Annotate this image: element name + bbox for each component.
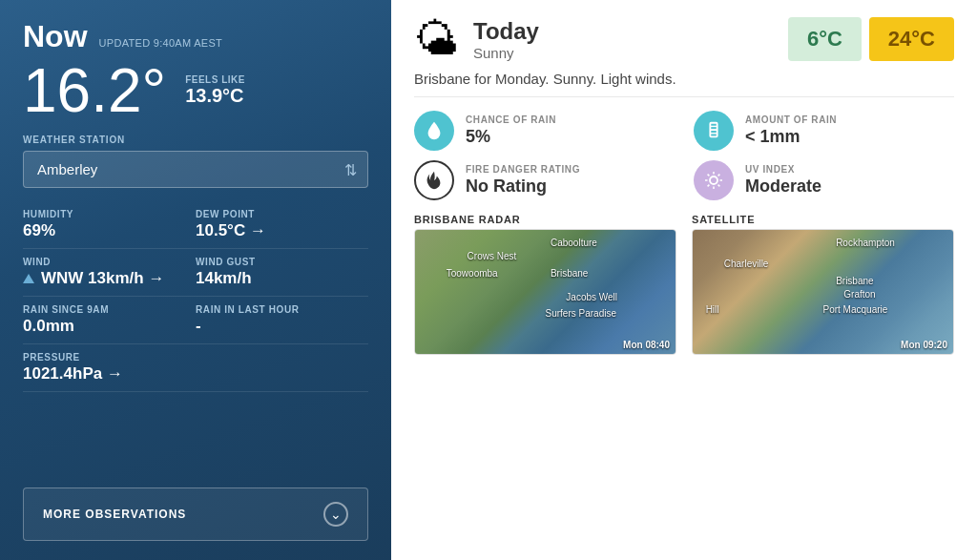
satellite-place-portmacquarie: Port Macquarie (823, 304, 888, 315)
humidity-value: 69% (23, 221, 196, 240)
today-title: Today (473, 18, 539, 45)
svg-line-10 (718, 185, 720, 187)
satellite-place-charleville: Charleville (724, 259, 769, 269)
pressure-value: 1021.4hPa → (23, 364, 368, 384)
weather-details: CHANCE OF RAIN 5% AMOUNT OF RAIN < 1mm (414, 111, 954, 200)
rain-hour-value: - (196, 317, 368, 336)
pressure-stat: PRESSURE 1021.4hPa → (23, 344, 368, 392)
radar-timestamp: Mon 08:40 (623, 340, 670, 350)
satellite-map-container: SATELLITE Rockhampton Charleville Brisba… (692, 214, 954, 549)
uv-index-label: UV INDEX (745, 164, 821, 175)
more-obs-button[interactable]: MORE OBSERVATIONS ⌄ (23, 474, 368, 541)
satellite-background: Rockhampton Charleville Brisbane Grafton… (693, 230, 953, 354)
feels-like-value: 13.9°C (185, 85, 245, 107)
dew-point-label: DEW POINT (196, 209, 368, 219)
today-info: Today Sunny (473, 18, 539, 61)
radar-map[interactable]: Caboolture Crows Nest Brisbane Toowoomba… (414, 229, 676, 355)
radar-place-brisbane: Brisbane (551, 268, 588, 279)
rain-gauge-icon (703, 120, 724, 141)
chance-rain-text: CHANCE OF RAIN 5% (466, 114, 556, 147)
radar-background: Caboolture Crows Nest Brisbane Toowoomba… (415, 230, 676, 354)
uv-index-text: UV INDEX Moderate (745, 164, 821, 197)
amount-rain-item: AMOUNT OF RAIN < 1mm (694, 111, 954, 151)
wind-stat: WIND WNW 13km/h → (23, 249, 196, 297)
rain-hour-label: RAIN IN LAST HOUR (196, 304, 368, 315)
satellite-place-grafton: Grafton (843, 289, 875, 300)
fire-danger-icon-wrap (414, 160, 454, 200)
wind-direction-icon (23, 274, 34, 283)
now-header: Now UPDATED 9:40AM AEST (23, 19, 368, 54)
station-select[interactable]: Amberley (23, 151, 368, 188)
rain-9am-label: RAIN SINCE 9AM (23, 304, 196, 315)
radar-place-crowsnest: Crows Nest (468, 251, 517, 261)
radar-map-container: BRISBANE RADAR Caboolture Crows Nest Bri… (414, 214, 676, 549)
fire-danger-value: No Rating (466, 176, 580, 197)
updated-text: UPDATED 9:40AM AEST (99, 37, 223, 49)
min-temp-badge: 6°C (788, 17, 862, 61)
fire-danger-item: FIRE DANGER RATING No Rating (414, 160, 675, 200)
fire-danger-text: FIRE DANGER RATING No Rating (466, 164, 580, 197)
now-title: Now (23, 19, 88, 54)
uv-index-item: UV INDEX Moderate (694, 160, 954, 200)
radar-label: BRISBANE RADAR (414, 214, 676, 225)
rain-chance-icon-wrap (414, 111, 454, 151)
amount-rain-value: < 1mm (745, 127, 837, 147)
temp-row: 16.2° FEELS LIKE 13.9°C (23, 60, 368, 121)
sun-icon: 🌤 (414, 17, 458, 61)
radar-place-caboolture: Caboolture (551, 238, 597, 248)
fire-danger-label: FIRE DANGER RATING (466, 164, 580, 175)
rain-amount-icon-wrap (694, 111, 734, 151)
chance-rain-label: CHANCE OF RAIN (466, 114, 556, 125)
wind-gust-value: 14km/h (196, 269, 368, 288)
satellite-timestamp: Mon 09:20 (901, 340, 947, 350)
humidity-stat: HUMIDITY 69% (23, 201, 196, 249)
raindrop-icon (424, 120, 445, 141)
uv-index-value: Moderate (745, 176, 821, 197)
svg-line-11 (718, 175, 720, 176)
more-obs-chevron-icon: ⌄ (323, 502, 348, 527)
max-temp-badge: 24°C (869, 17, 954, 61)
amount-rain-label: AMOUNT OF RAIN (745, 114, 837, 125)
left-panel: Now UPDATED 9:40AM AEST 16.2° FEELS LIKE… (0, 0, 391, 560)
wind-gust-label: WIND GUST (196, 257, 368, 267)
satellite-place-brisbane: Brisbane (836, 276, 873, 286)
today-header: 🌤 Today Sunny 6°C 24°C (414, 17, 954, 61)
stats-grid: HUMIDITY 69% DEW POINT 10.5°C → WIND WNW… (23, 201, 368, 392)
main-temperature: 16.2° (23, 60, 166, 121)
rain-9am-stat: RAIN SINCE 9AM 0.0mm (23, 297, 196, 344)
wind-gust-stat: WIND GUST 14km/h (196, 249, 368, 297)
amount-rain-text: AMOUNT OF RAIN < 1mm (745, 114, 837, 147)
right-panel: 🌤 Today Sunny 6°C 24°C Brisbane for Mond… (391, 0, 977, 560)
fire-icon (424, 170, 445, 191)
today-condition: Sunny (473, 45, 539, 61)
svg-line-12 (708, 185, 710, 187)
satellite-place-rockhampton: Rockhampton (836, 238, 895, 248)
wind-value: WNW 13km/h → (23, 269, 196, 288)
humidity-label: HUMIDITY (23, 209, 196, 219)
satellite-map[interactable]: Rockhampton Charleville Brisbane Grafton… (692, 229, 954, 355)
satellite-label: SATELLITE (692, 214, 954, 225)
dew-point-value: 10.5°C → (196, 221, 368, 240)
more-obs-label: MORE OBSERVATIONS (43, 508, 186, 521)
radar-place-toowoomba: Toowoomba (447, 268, 498, 279)
rain-9am-value: 0.0mm (23, 317, 196, 336)
temp-badges: 6°C 24°C (788, 17, 954, 61)
station-select-wrapper[interactable]: Amberley ⇅ (23, 151, 368, 188)
svg-point-4 (710, 176, 717, 184)
forecast-description: Brisbane for Monday. Sunny. Light winds. (414, 71, 954, 97)
radar-place-surfers: Surfers Paradise (546, 308, 616, 319)
svg-line-9 (708, 175, 710, 176)
radar-image: Caboolture Crows Nest Brisbane Toowoomba… (415, 230, 676, 354)
rain-hour-stat: RAIN IN LAST HOUR - (196, 297, 368, 344)
pressure-label: PRESSURE (23, 352, 368, 363)
chance-rain-value: 5% (466, 127, 556, 147)
uv-icon-wrap (694, 160, 734, 200)
feels-like-block: FEELS LIKE 13.9°C (185, 74, 245, 107)
feels-like-label: FEELS LIKE (185, 74, 245, 85)
radar-place-jacobswell: Jacobs Well (566, 292, 617, 302)
maps-row: BRISBANE RADAR Caboolture Crows Nest Bri… (414, 214, 954, 549)
wind-label: WIND (23, 257, 196, 267)
station-label: WEATHER STATION (23, 135, 368, 145)
satellite-image: Rockhampton Charleville Brisbane Grafton… (693, 230, 953, 354)
dew-point-stat: DEW POINT 10.5°C → (196, 201, 368, 249)
